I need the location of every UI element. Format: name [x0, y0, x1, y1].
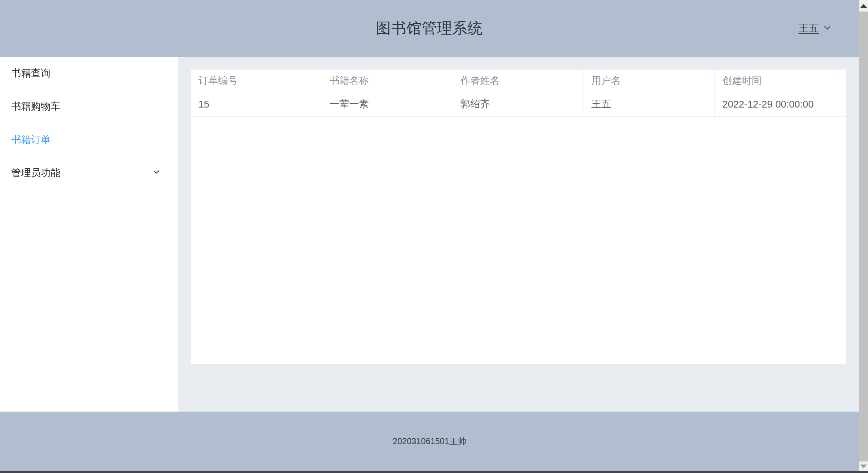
sidebar-item-label: 书籍订单: [11, 133, 51, 147]
cell-order-id: 15: [191, 92, 322, 116]
sidebar-item-book-orders[interactable]: 书籍订单: [0, 123, 178, 156]
table-header-row: 订单编号 书籍名称 作者姓名 用户名 创建时间: [191, 70, 846, 92]
sidebar-item-book-cart[interactable]: 书籍购物车: [0, 90, 178, 123]
cell-author-name: 郭绍齐: [453, 92, 584, 116]
sidebar: 书籍查询 书籍购物车 书籍订单 管理员功能: [0, 57, 178, 412]
orders-table: 订单编号 书籍名称 作者姓名 用户名 创建时间 15 一荤一素 郭绍齐 王五 2…: [191, 70, 846, 117]
cell-created-time: 2022-12-29 00:00:00: [715, 92, 846, 116]
column-header-order-id: 订单编号: [191, 70, 322, 92]
vertical-scrollbar[interactable]: [859, 0, 868, 471]
column-header-author-name: 作者姓名: [453, 70, 584, 92]
library-management-app: 图书馆管理系统 王五 书籍查询 书籍购物车 书籍订单 管理员功能: [0, 0, 868, 473]
scroll-up-button[interactable]: [859, 0, 868, 12]
sidebar-item-admin-functions[interactable]: 管理员功能: [0, 156, 178, 190]
app-header: 图书馆管理系统 王五: [0, 0, 859, 57]
user-name: 王五: [798, 21, 819, 35]
table-row: 15 一荤一素 郭绍齐 王五 2022-12-29 00:00:00: [191, 92, 846, 116]
scroll-down-button[interactable]: [859, 461, 868, 471]
chevron-down-icon: [822, 23, 832, 34]
footer-text: 202031061501王帅: [393, 436, 466, 447]
column-header-username: 用户名: [584, 70, 715, 92]
scrollbar-thumb[interactable]: [859, 12, 868, 461]
orders-card: 订单编号 书籍名称 作者姓名 用户名 创建时间 15 一荤一素 郭绍齐 王五 2…: [191, 70, 846, 364]
sidebar-item-label: 书籍查询: [11, 67, 51, 80]
sidebar-item-book-search[interactable]: 书籍查询: [0, 57, 178, 90]
main-content: 订单编号 书籍名称 作者姓名 用户名 创建时间 15 一荤一素 郭绍齐 王五 2…: [178, 57, 859, 412]
column-header-created-time: 创建时间: [715, 70, 846, 92]
sidebar-item-label: 书籍购物车: [11, 100, 60, 113]
triangle-up-icon: [860, 4, 867, 8]
cell-username: 王五: [584, 92, 715, 116]
app-footer: 202031061501王帅: [0, 412, 859, 471]
column-header-book-name: 书籍名称: [322, 70, 453, 92]
bottom-edge-strip: [0, 471, 868, 473]
user-dropdown[interactable]: 王五: [798, 0, 832, 57]
page-title: 图书馆管理系统: [376, 18, 483, 38]
triangle-down-icon: [860, 465, 867, 468]
chevron-down-icon: [152, 167, 161, 179]
cell-book-name: 一荤一素: [322, 92, 453, 116]
sidebar-item-label: 管理员功能: [11, 166, 60, 180]
